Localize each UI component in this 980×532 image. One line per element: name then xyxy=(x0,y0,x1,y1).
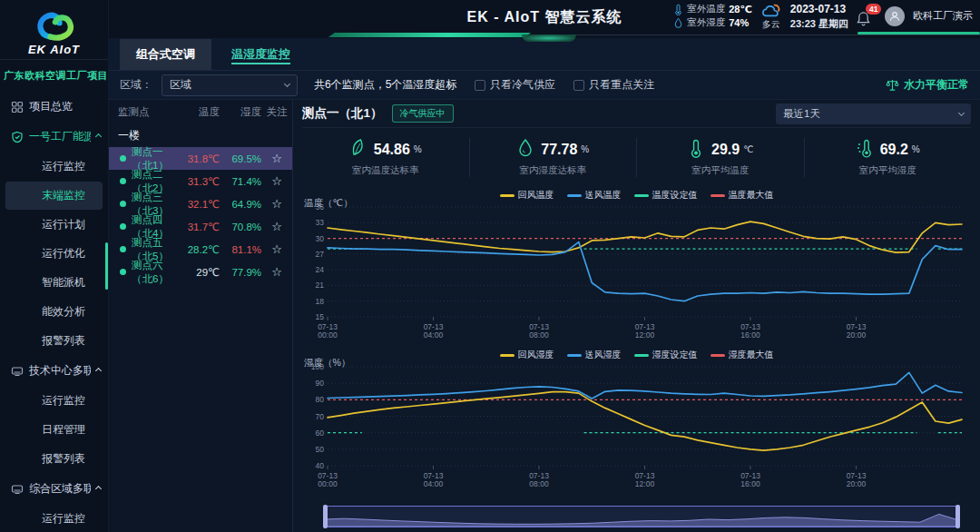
star-icon[interactable]: ☆ xyxy=(271,220,282,233)
star-icon[interactable]: ☆ xyxy=(271,242,282,256)
sidebar-item-label: 项目总览 xyxy=(29,99,73,114)
sidebar-item-3[interactable]: 末端监控 xyxy=(5,182,103,210)
svg-text:21: 21 xyxy=(316,281,325,290)
kpi-unit: % xyxy=(912,144,920,154)
humidity-legend: 湿度（%） 回风湿度送风湿度湿度设定值湿度最大值 xyxy=(302,348,971,362)
svg-text:08:00: 08:00 xyxy=(529,479,549,488)
col-star: 关注 xyxy=(261,105,292,119)
legend-item[interactable]: 送风温度 xyxy=(567,189,622,202)
chart-panel: 测点一（北1） 冷气供应中 最近1天 54.86%室内温度达标率77.78%室内… xyxy=(293,100,980,532)
kpi-label: 室内平均温度 xyxy=(691,164,749,177)
datazoom-handle-left[interactable] xyxy=(323,505,328,528)
star-icon[interactable]: ☆ xyxy=(271,152,282,165)
floor-group-row[interactable]: 一楼 xyxy=(109,124,292,147)
col-hum: 湿度 xyxy=(220,105,261,119)
sidebar-item-13[interactable]: 综合区域多联... xyxy=(0,474,108,504)
svg-text:24: 24 xyxy=(316,265,325,274)
sidebar-item-label: 一号工厂能源... xyxy=(29,129,91,144)
thermometer-icon xyxy=(687,138,705,162)
sidebar-scrollbar[interactable] xyxy=(105,242,108,290)
sidebar-item-label: 运行监控 xyxy=(42,511,85,527)
temperature-chart[interactable]: 363330272421181507-1300:0007-1304:0007-1… xyxy=(302,202,969,340)
tab-0[interactable]: 组合式空调 xyxy=(120,39,211,70)
sidebar-item-14[interactable]: 运行监控 xyxy=(5,505,103,532)
tab-1[interactable]: 温湿度监控 xyxy=(215,39,307,70)
point-row-4[interactable]: 测点五（北5）28.2℃81.1%☆ xyxy=(109,238,292,261)
star-icon[interactable]: ☆ xyxy=(271,197,282,211)
sidebar-item-label: 运行计划 xyxy=(42,217,85,232)
svg-text:12:00: 12:00 xyxy=(635,330,655,340)
svg-text:15: 15 xyxy=(316,312,325,321)
filter-bar: 区域： 区域 共6个监测点，5个温湿度超标 只看冷气供应 只看重点关注 水力平衡… xyxy=(109,71,980,100)
sidebar-item-9[interactable]: 技术中心多联... xyxy=(0,356,108,386)
sidebar-item-0[interactable]: 项目总览 xyxy=(0,92,108,122)
sidebar-item-2[interactable]: 运行监控 xyxy=(5,153,103,181)
point-temp: 32.1℃ xyxy=(180,198,220,211)
kpi-value: 29.9 xyxy=(711,142,740,158)
header-decor-bar-left xyxy=(322,33,531,37)
point-row-3[interactable]: 测点四（北4）31.7℃70.8%☆ xyxy=(109,215,292,238)
kpi-0: 54.86%室内温度达标率 xyxy=(302,138,470,177)
sidebar-item-12[interactable]: 报警列表 xyxy=(5,445,103,473)
legend-swatch xyxy=(710,194,725,197)
sidebar-item-10[interactable]: 运行监控 xyxy=(5,387,103,415)
point-hum: 77.9% xyxy=(220,267,261,278)
legend-item[interactable]: 回风温度 xyxy=(500,189,554,202)
legend-item[interactable]: 送风湿度 xyxy=(567,349,622,361)
point-list-header: 监测点 温度 湿度 关注 xyxy=(109,100,292,124)
outdoor-temp: 室外温度 28℃ xyxy=(673,3,752,15)
point-row-5[interactable]: 测点六（北6）29℃77.9%☆ xyxy=(109,261,292,283)
water-drop-icon xyxy=(516,138,534,162)
notifications-button[interactable]: 41 xyxy=(857,5,877,27)
svg-text:18: 18 xyxy=(316,297,325,306)
legend-item[interactable]: 湿度最大值 xyxy=(710,349,774,361)
sidebar-item-6[interactable]: 智能派机 xyxy=(5,269,103,297)
point-row-2[interactable]: 测点三（北3）32.1℃64.9%☆ xyxy=(109,192,292,215)
svg-text:20:00: 20:00 xyxy=(847,330,867,340)
checkbox-icon xyxy=(475,80,485,91)
time-range-select[interactable]: 最近1天 xyxy=(776,103,971,124)
sidebar-item-8[interactable]: 报警列表 xyxy=(5,327,103,355)
kpi-value: 69.2 xyxy=(880,142,908,158)
star-icon[interactable]: ☆ xyxy=(271,265,282,279)
datazoom-handle-right[interactable] xyxy=(956,505,960,528)
col-point: 监测点 xyxy=(118,105,180,119)
kpi-3: 69.2%室内平均湿度 xyxy=(805,138,972,177)
svg-text:00:00: 00:00 xyxy=(318,330,338,340)
sidebar-item-1[interactable]: 一号工厂能源... xyxy=(0,122,108,152)
sidebar-item-label: 日程管理 xyxy=(42,422,85,438)
header-decor-bar-right xyxy=(858,32,980,34)
filter-starred-checkbox[interactable]: 只看重点关注 xyxy=(573,77,654,93)
sidebar-item-label: 报警列表 xyxy=(42,451,85,467)
legend-swatch xyxy=(634,354,649,357)
datazoom-slider[interactable] xyxy=(324,506,959,527)
avatar[interactable] xyxy=(885,6,905,26)
sidebar-item-11[interactable]: 日程管理 xyxy=(5,416,103,444)
point-row-1[interactable]: 测点二（北2）31.3℃71.4%☆ xyxy=(109,170,292,192)
tabs-bar: 组合式空调温湿度监控 xyxy=(109,38,980,71)
legend-item[interactable]: 温度设定值 xyxy=(634,189,698,202)
kpi-1: 77.78%室内湿度达标率 xyxy=(470,138,638,177)
filter-cooling-checkbox[interactable]: 只看冷气供应 xyxy=(475,77,555,93)
sidebar-item-label: 智能派机 xyxy=(42,275,85,291)
legend-item[interactable]: 温度最大值 xyxy=(710,189,774,202)
svg-text:12:00: 12:00 xyxy=(635,479,655,488)
legend-swatch xyxy=(567,194,582,197)
app-root: EK AIoT 广东欧科空调工厂项目 项目总览一号工厂能源...运行监控末端监控… xyxy=(0,0,980,532)
online-dot-icon xyxy=(120,246,126,252)
thermometer-icon xyxy=(673,4,683,15)
legend-item[interactable]: 湿度设定值 xyxy=(634,349,698,361)
star-icon[interactable]: ☆ xyxy=(271,174,282,188)
point-row-0[interactable]: 测点一（北1）31.8℃69.5%☆ xyxy=(109,147,292,170)
kpi-row: 54.86%室内温度达标率77.78%室内湿度达标率29.9℃室内平均温度69.… xyxy=(302,130,971,184)
humidity-chart[interactable]: 10090807060504007-1300:0007-1304:0007-13… xyxy=(302,362,969,489)
sidebar-item-7[interactable]: 能效分析 xyxy=(5,298,103,326)
datazoom-profile xyxy=(325,507,958,527)
sidebar-item-4[interactable]: 运行计划 xyxy=(5,211,103,239)
region-select[interactable]: 区域 xyxy=(162,74,298,96)
sidebar-item-5[interactable]: 运行优化 xyxy=(5,240,103,268)
legend-item[interactable]: 回风湿度 xyxy=(500,349,554,361)
user-icon xyxy=(888,10,901,23)
point-hum: 70.8% xyxy=(220,222,261,232)
user-name[interactable]: 欧科工厂演示 xyxy=(913,9,973,23)
